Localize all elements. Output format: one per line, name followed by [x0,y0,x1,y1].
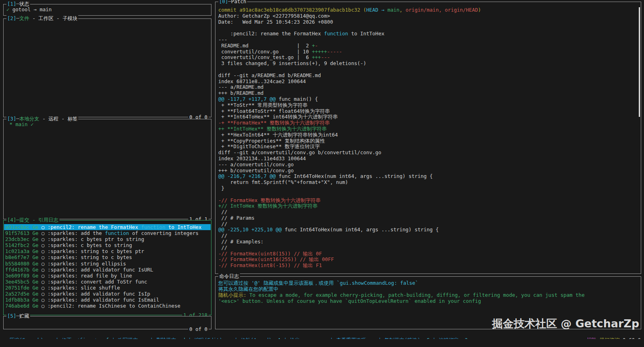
text-line: ++ **IntToHex** 整数转换为十六进制字符串 [218,126,639,132]
text-line: convertutil/conv.go | 10 +++++----- [218,49,639,55]
stash-panel[interactable]: [5]─贮藏 0 of 0 [3,316,211,329]
commit-row[interactable]: 23dcb3ec Ge ○ :sparkles: c bytes ptr to … [4,236,211,242]
text-line: // # Examples: [218,239,639,245]
keybinding-key: s [49,337,53,339]
commit-row[interactable]: 2a527d5e Ge ○ :sparkles: add validator f… [4,291,211,297]
text-line: -// FormatHex(uint8(15)) // 输出 0F [218,251,639,257]
commit-row[interactable]: b8e6f7e7 Ge ○ :sparkles: string to c byt… [4,254,211,260]
keybinding-hint: 复制提交(拣选): [384,337,427,339]
check-icon: ✓ [6,6,10,12]
status-line: ✓ gotool → main [6,7,209,13]
text-line: diff --git a/README.md b/README.md [218,73,639,79]
text-line: 3 files changed, 9 insertions(+), 9 dele… [218,61,639,67]
text-line: // # Params [218,215,639,221]
keybinding-key: <space> [306,337,327,339]
text-line: -// FormatHex 整数转换为十六进制字符串 [218,198,639,204]
text-line: -+ **FormatHex** 整数转换为十六进制字符串 [218,120,639,126]
text-line: @@ -216,7 +216,7 @@ func Int64ToHex(num … [218,174,639,180]
text-line: +// IntToHex 整数转换为十六进制字符串 [218,203,639,209]
text-line: } [218,186,639,192]
text-line: README.md | 2 +- [218,43,639,49]
text-line: + **HexToInt64** 十六进制字符串转换为int64 [218,132,639,138]
commit-row[interactable]: b5584080 Ge ○ :sparkles: string ellipsis [4,261,211,267]
text-line: // [218,221,639,227]
commit-row[interactable]: 20751fde Ge ○ :sparkles: slice shuffle [4,285,211,291]
keybinding-key: d [182,337,185,339]
branches-panel[interactable]: [3]─本地分支 - 远程 - 标签 * main ✓ 1 of 1 [3,119,211,219]
commit-row[interactable]: ffd4167b Ge ○ :sparkles: add validator f… [4,267,211,273]
keybindings-bar: 压缩(Squash): s | 修正 （fixup）: f | 改写提交: r … [3,331,641,339]
text-line: convertutil/conv_test.go | 6 +++--- [218,55,639,61]
keybinding-hint: 检出: [290,337,306,339]
text-line: 您可以通过按 '@' 隐藏或集中显示该面板，或使用 `gui.showComma… [218,280,639,286]
text-line: // [218,245,639,251]
keybinding-hint: 编辑(Edit): [194,337,228,339]
commit-row[interactable]: 3e609f89 Ge ○ :sparkles: read file by li… [4,273,211,279]
text-line: -// FormatHex(int8(-15)) // 输出 F1 [218,263,639,269]
commits-panel[interactable]: [4]─提交 - 引用日志 a91ac8ac Ge ○ :pencil2: re… [3,220,211,315]
keybinding-hint: 改写提交: [118,337,144,339]
text-line: Date: Wed Mar 25 10:54:23 2026 +0800 [218,19,639,25]
text-line: 将其永久隐藏在您的配置中 [218,286,639,292]
text-line: // [218,233,639,239]
text-line: + **Float64ToStr** float64转换为字符串 [218,108,639,114]
commit-row[interactable]: a91ac8ac Ge ○ :pencil2: rename the Forma… [4,224,211,230]
text-line: + **ToStr** 常用类型转换为字符串 [218,102,639,108]
commit-row[interactable]: 1c021a3a Ge ○ :sparkles: string to c byt… [4,248,211,254]
keybinding-key: e [228,337,232,339]
panel-title: [4]─提交 - 引用日志 [6,217,59,224]
text-line: 随机小提示: To escape a mode, for example che… [218,292,639,298]
text-line: --- a/convertutil/conv.go [218,162,639,168]
keybinding-hints: 压缩(Squash): s | 修正 （fixup）: f | 改写提交: r … [9,337,468,339]
lazygit-terminal: { "panels": { "status": { "num": "[1]", … [0,0,644,347]
panel-title: [2]─文件 - 工作区 - 子模块 [6,15,78,22]
patch-panel[interactable]: [0]─Patch commit a91ac8ac3eb18ca6db37073… [215,2,641,274]
text-line: + **CopyProperties** 复制结构体的属性 [218,138,639,144]
version-label: 0.60.0 [623,337,641,339]
text-line [218,67,639,73]
commit-row[interactable]: 3ee45bc5 Ge ○ :sparkles: convert add ToS… [4,279,211,285]
text-line: return fmt.Sprintf("%"+format+"X", num) [218,180,639,186]
donate-link[interactable]: 捐助 [587,337,597,339]
keybinding-hint: 删除提交: [156,337,182,339]
branch-row[interactable]: * main ✓ [6,122,209,128]
status-panel[interactable]: [1]─状态 ✓ gotool → main [3,4,211,16]
ask-link[interactable]: 提问咨询 [599,337,620,339]
text-line: +++ b/README.md [218,90,639,96]
keybinding-key: A [278,337,281,339]
files-panel[interactable]: [2]─文件 - 工作区 - 子模块 0 of 0 [3,18,211,117]
text-line: // [218,209,639,215]
text-line: @@ -225,10 +225,10 @@ func Int64ToHex(nu… [218,227,639,233]
text-line: index 68711e8..324cae2 100644 [218,79,639,85]
text-line: -// FormatHex(uint16(255)) // 输出 00FF [218,257,639,263]
text-line: '<esc>' button. Unless of course you hav… [218,298,639,304]
patch-content[interactable]: commit a91ac8ac3eb18ca6db37073823907faba… [215,2,641,274]
text-line: + **DigitToChinese** 数字逐位转汉字 [218,144,639,150]
commit-row[interactable]: 5142fbc2 Ge ○ :sparkles: c bytes to stri… [4,242,211,248]
keybinding-hint: 按键绑定: [439,337,465,339]
text-line: commit a91ac8ac3eb18ca6db37073823907faba… [218,7,639,13]
keybinding-hint: 修补(Amend): [240,337,278,339]
text-line: diff --git a/convertutil/conv.go b/conve… [218,150,639,156]
text-line [218,192,639,198]
commit-list: a91ac8ac Ge ○ :pencil2: rename the Forma… [4,224,211,311]
commit-row[interactable]: 1dfb8b3a Ge ○ :sparkles: add validator f… [4,297,211,303]
text-line: --- a/README.md [218,84,639,90]
commit-row[interactable]: 746abe6d Ge ○ :pencil2: rename IsChinese… [4,303,211,309]
text-line: --- [218,37,639,43]
keybinding-hint: 修正 （fixup）: [61,337,106,339]
panel-title: [5]─贮藏 [6,313,30,320]
text-line: Author: GetcharZp <2272795814@qq.com> [218,13,639,19]
text-line: @@ -117,7 +117,7 @@ func main() { [218,96,639,102]
text-line: + **Int64ToHex** int64转换为十六进制字符串 [218,114,639,120]
text-line: :pencil2: rename the FormatHex function … [218,31,639,37]
scrollbar-thumb[interactable] [639,7,640,117]
keybinding-hint: 查看重置选项: [336,337,372,339]
commit-row[interactable]: 91f57613 Ge ○ :sparkles: add the functio… [4,230,211,236]
watermark: 掘金技术社区 @ GetcharZp [492,316,639,331]
text-line: +++ b/convertutil/conv.go [218,168,639,174]
text-line [218,25,639,31]
keybinding-hint: 压缩(Squash): [9,337,49,339]
text-line: index 2032134..11e4d33 100644 [218,156,639,162]
keybinding-key: ? [465,337,468,339]
